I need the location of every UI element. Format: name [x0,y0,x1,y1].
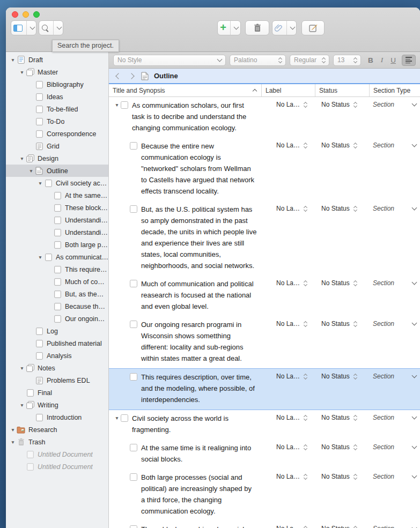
font-size-dropdown[interactable]: 13 [333,55,361,66]
font-dropdown[interactable]: Palatino [230,55,286,66]
disclosure-triangle-icon[interactable]: ▼ [36,181,44,186]
outline-row[interactable]: Our ongoing resarch programi in Wisconsi… [109,316,420,368]
disclosure-triangle-icon[interactable]: ▼ [36,255,44,260]
add-button[interactable]: + [217,20,241,35]
sidebar-item[interactable]: To-be-filed [6,103,108,115]
back-button[interactable] [115,73,121,79]
sidebar-item[interactable]: At the same… [6,189,108,202]
sidebar-item[interactable]: ▼Outline [6,165,108,177]
status-popup[interactable]: No Status [315,205,369,212]
label-popup[interactable]: No La… [261,142,315,149]
disclosure-triangle-icon[interactable]: ▼ [18,156,26,161]
section-type-popup[interactable]: Section [369,443,420,451]
sidebar-layout-button[interactable] [11,20,36,35]
outline-row[interactable]: But, as the U.S. political system has so… [109,201,420,276]
outline-row[interactable]: ▼Civil society across the world is fragm… [109,410,420,440]
disclosure-triangle-icon[interactable]: ▼ [9,57,17,63]
section-type-popup[interactable]: Section [369,142,420,149]
label-popup[interactable]: No La… [261,373,315,380]
section-type-popup[interactable]: Section [369,373,420,380]
outline-row[interactable]: This requires description, over time, an… [109,368,420,410]
sidebar-item[interactable]: Untitled Document [6,460,108,473]
label-popup[interactable]: No La… [261,525,315,528]
status-popup[interactable]: No Status [315,101,369,108]
outline-row[interactable]: Because the entire new communication eco… [109,138,420,201]
label-popup[interactable]: No La… [261,473,315,480]
search-button[interactable] [39,20,63,35]
include-checkbox[interactable] [121,101,128,109]
sidebar-item[interactable]: ▼Draft [6,54,108,66]
compose-button[interactable] [301,20,325,35]
alignment-button[interactable] [402,55,416,66]
italic-button[interactable]: I [381,56,384,64]
include-checkbox[interactable] [130,142,137,150]
sidebar-item[interactable]: This require… [6,263,108,276]
sidebar-item[interactable]: Ideas [6,91,108,103]
bold-button[interactable]: B [368,56,373,64]
label-popup[interactable]: No La… [261,101,315,108]
disclosure-triangle-icon[interactable]: ▼ [18,403,26,408]
sidebar-item[interactable]: Final [6,386,108,399]
column-header-section-type[interactable]: Section Type [369,84,420,96]
section-type-popup[interactable]: Section [369,101,420,108]
outline-row[interactable]: Much of communication and political reas… [109,276,420,316]
status-popup[interactable]: No Status [315,443,369,451]
section-type-popup[interactable]: Section [369,205,420,212]
sidebar-item[interactable]: ▼As communicat… [6,251,108,263]
status-popup[interactable]: No Status [315,373,369,380]
trash-button[interactable] [245,20,269,35]
status-popup[interactable]: No Status [315,320,369,328]
section-type-popup[interactable]: Section [369,414,420,421]
column-header-title[interactable]: Title and Synopsis [109,84,261,96]
include-checkbox[interactable] [121,414,128,422]
label-popup[interactable]: No La… [261,279,315,287]
attach-button[interactable] [272,20,297,35]
include-checkbox[interactable] [130,373,137,381]
status-popup[interactable]: No Status [315,525,369,528]
include-checkbox[interactable] [130,280,137,287]
sidebar-item[interactable]: But, as the… [6,288,108,300]
disclosure-triangle-icon[interactable]: ▼ [9,427,17,433]
close-button[interactable] [12,11,18,18]
font-weight-dropdown[interactable]: Regular [290,55,329,66]
status-popup[interactable]: No Status [315,414,369,421]
section-type-popup[interactable]: Section [369,525,420,528]
underline-button[interactable]: U [390,56,396,64]
label-popup[interactable]: No La… [261,414,315,421]
sidebar-item[interactable]: Both large p… [6,239,108,251]
sidebar-item[interactable]: ▼Master [6,66,108,78]
include-checkbox[interactable] [130,444,137,451]
sidebar-item[interactable]: ▼Research [6,423,108,436]
label-popup[interactable]: No La… [261,443,315,451]
sidebar-item[interactable]: Understandi… [6,214,108,226]
outline-row[interactable]: Both large processes (social and politic… [109,469,420,521]
outline-row[interactable]: ▼As communication scholars, our first ta… [109,97,420,138]
status-popup[interactable]: No Status [315,473,369,480]
include-checkbox[interactable] [130,473,137,481]
sidebar-item[interactable]: To-Do [6,115,108,128]
sidebar-item[interactable]: Bibliography [6,78,108,91]
sidebar-item[interactable]: ▼Design [6,152,108,165]
sidebar-item[interactable]: Log [6,325,108,337]
section-type-popup[interactable]: Section [369,320,420,328]
minimize-button[interactable] [23,11,29,18]
sidebar-item[interactable]: Correspondence [6,128,108,140]
sidebar-item[interactable]: Untitled Document [6,448,108,460]
sidebar-item[interactable]: These block… [6,202,108,214]
label-popup[interactable]: No La… [261,205,315,212]
include-checkbox[interactable] [130,205,137,213]
sidebar-item[interactable]: Understandi… [6,226,108,239]
sidebar-item[interactable]: Much of co… [6,276,108,288]
status-popup[interactable]: No Status [315,279,369,287]
sidebar-item[interactable]: Problems EDL [6,374,108,386]
sidebar-item[interactable]: ▼Trash [6,436,108,448]
sidebar-item[interactable]: Grid [6,140,108,152]
section-type-popup[interactable]: Section [369,473,420,480]
label-popup[interactable]: No La… [261,320,315,328]
sidebar-item[interactable]: Our ongoing… [6,313,108,325]
sidebar-item[interactable]: Published material [6,337,108,349]
status-popup[interactable]: No Status [315,142,369,149]
sidebar-item[interactable]: Analysis [6,349,108,362]
sidebar-item[interactable]: ▼Writing [6,399,108,411]
disclosure-triangle-icon[interactable]: ▼ [9,440,17,445]
